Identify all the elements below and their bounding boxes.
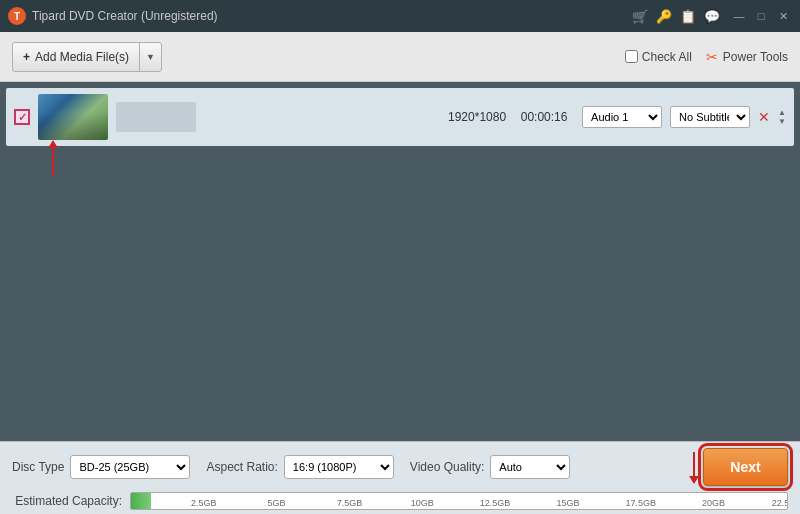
media-list: ✓ 1920*1080 00:00:16 Audio 1 Audio 2 No … <box>0 82 800 441</box>
add-media-dropdown-arrow[interactable]: ▼ <box>140 43 161 71</box>
tick-12_5gb: 12.5GB <box>480 498 511 508</box>
next-button-area: Next <box>689 448 788 486</box>
check-all-checkbox[interactable] <box>625 50 638 63</box>
remove-media-button[interactable]: ✕ <box>758 109 770 125</box>
media-resolution: 1920*1080 <box>426 110 506 124</box>
tick-22_5gb: 22.5GB <box>772 498 788 508</box>
estimated-capacity-label: Estimated Capacity: <box>12 494 122 508</box>
add-media-button[interactable]: + Add Media File(s) ▼ <box>12 42 162 72</box>
reorder-up-button[interactable]: ▲ <box>778 109 786 117</box>
wrench-icon: ✂ <box>706 49 718 65</box>
disc-type-group: Disc Type BD-25 (25GB) BD-50 (50GB) DVD-… <box>12 455 190 479</box>
video-quality-select[interactable]: Auto High Medium Low <box>490 455 570 479</box>
media-thumbnail <box>38 94 108 140</box>
arrow-head-up <box>48 140 58 148</box>
bottom-controls-row: Disc Type BD-25 (25GB) BD-50 (50GB) DVD-… <box>12 448 788 486</box>
table-row: ✓ 1920*1080 00:00:16 Audio 1 Audio 2 No … <box>6 88 794 146</box>
doc-icon[interactable]: 📋 <box>680 9 696 24</box>
window-controls: — □ ✕ <box>730 7 792 25</box>
titlebar-tool-icons: 🛒 🔑 📋 💬 <box>632 9 720 24</box>
reorder-down-button[interactable]: ▼ <box>778 118 786 126</box>
maximize-button[interactable]: □ <box>752 7 770 25</box>
tick-10gb: 10GB <box>411 498 434 508</box>
capacity-bar: 2.5GB 5GB 7.5GB 10GB 12.5GB 15GB 17.5GB … <box>130 492 788 510</box>
reorder-controls: ▲ ▼ <box>778 109 786 126</box>
close-button[interactable]: ✕ <box>774 7 792 25</box>
main-content: ✓ 1920*1080 00:00:16 Audio 1 Audio 2 No … <box>0 82 800 514</box>
audio-select[interactable]: Audio 1 Audio 2 <box>582 106 662 128</box>
titlebar: T Tipard DVD Creator (Unregistered) 🛒 🔑 … <box>0 0 800 32</box>
media-filename-bar <box>116 102 196 132</box>
bottom-bar: Disc Type BD-25 (25GB) BD-50 (50GB) DVD-… <box>0 441 800 514</box>
app-logo: T <box>8 7 26 25</box>
tick-17_5gb: 17.5GB <box>625 498 656 508</box>
add-media-main[interactable]: + Add Media File(s) <box>13 43 140 71</box>
minimize-button[interactable]: — <box>730 7 748 25</box>
key-icon[interactable]: 🔑 <box>656 9 672 24</box>
media-checkbox[interactable]: ✓ <box>14 109 30 125</box>
capacity-row: Estimated Capacity: 2.5GB 5GB 7.5GB 10GB… <box>12 492 788 510</box>
video-quality-group: Video Quality: Auto High Medium Low <box>410 455 571 479</box>
aspect-ratio-select[interactable]: 16:9 (1080P) 4:3 16:9 (720P) <box>284 455 394 479</box>
add-media-label: Add Media File(s) <box>35 50 129 64</box>
tick-20gb: 20GB <box>702 498 725 508</box>
checkbox-arrow-annotation <box>48 140 58 176</box>
next-button[interactable]: Next <box>703 448 788 486</box>
aspect-ratio-group: Aspect Ratio: 16:9 (1080P) 4:3 16:9 (720… <box>206 455 393 479</box>
toolbar-right: Check All ✂ Power Tools <box>625 49 788 65</box>
chat-icon[interactable]: 💬 <box>704 9 720 24</box>
tick-2_5gb: 2.5GB <box>191 498 217 508</box>
capacity-bar-fill <box>131 493 151 509</box>
disc-type-select[interactable]: BD-25 (25GB) BD-50 (50GB) DVD-5 (4.7GB) … <box>70 455 190 479</box>
cart-icon[interactable]: 🛒 <box>632 9 648 24</box>
arrow-line <box>52 148 54 176</box>
aspect-ratio-label: Aspect Ratio: <box>206 460 277 474</box>
disc-type-label: Disc Type <box>12 460 64 474</box>
next-arrow-head <box>689 476 699 484</box>
plus-icon: + <box>23 50 30 64</box>
media-duration: 00:00:16 <box>514 110 574 124</box>
next-arrow-line <box>693 452 695 476</box>
tick-7_5gb: 7.5GB <box>337 498 363 508</box>
check-mark-icon: ✓ <box>18 111 27 124</box>
app-title: Tipard DVD Creator (Unregistered) <box>32 9 632 23</box>
thumbnail-overlay <box>38 94 108 140</box>
video-quality-label: Video Quality: <box>410 460 485 474</box>
power-tools-button[interactable]: ✂ Power Tools <box>706 49 788 65</box>
subtitle-select[interactable]: No Subtitle Subtitle 1 <box>670 106 750 128</box>
tick-15gb: 15GB <box>556 498 579 508</box>
media-item-container: ✓ 1920*1080 00:00:16 Audio 1 Audio 2 No … <box>6 88 794 146</box>
tick-5gb: 5GB <box>268 498 286 508</box>
next-arrow-annotation <box>689 452 699 484</box>
toolbar: + Add Media File(s) ▼ Check All ✂ Power … <box>0 32 800 82</box>
check-all-label[interactable]: Check All <box>625 50 692 64</box>
